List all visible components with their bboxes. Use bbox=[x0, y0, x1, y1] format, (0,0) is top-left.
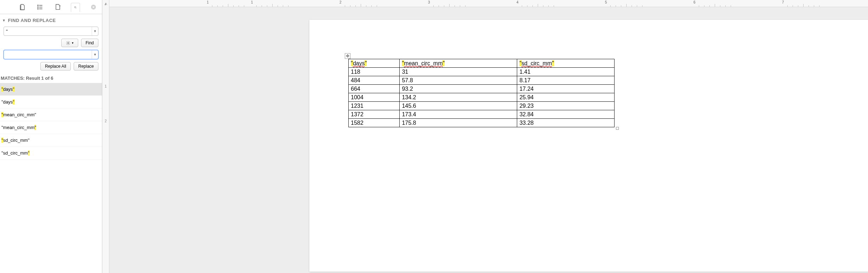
replace-button[interactable]: Replace bbox=[74, 62, 98, 71]
table-move-handle-icon[interactable]: ✥ bbox=[345, 53, 350, 59]
find-button[interactable]: Find bbox=[81, 39, 98, 47]
table-cell[interactable]: 8.17 bbox=[517, 76, 615, 85]
matches-list: "days""days""mean_circ_mm""mean_circ_mm"… bbox=[0, 83, 102, 273]
ruler-number: 4 bbox=[516, 0, 519, 4]
table-cell[interactable]: 1372 bbox=[349, 110, 400, 119]
table-cell[interactable]: 175.8 bbox=[400, 119, 517, 127]
table-resize-handle[interactable] bbox=[616, 127, 619, 130]
outline-tab-icon[interactable] bbox=[35, 2, 45, 12]
ruler-number: 3 bbox=[428, 0, 430, 4]
search-tab-icon[interactable] bbox=[71, 3, 80, 12]
table-row[interactable]: 1372173.432.84 bbox=[349, 110, 615, 119]
disclose-triangle-icon[interactable]: ▼ bbox=[2, 18, 6, 22]
table-cell[interactable]: 664 bbox=[349, 85, 400, 93]
table-row[interactable]: 1582175.833.28 bbox=[349, 119, 615, 127]
replace-input-combo[interactable]: ▼ bbox=[4, 50, 98, 59]
table-cell[interactable]: 1004 bbox=[349, 93, 400, 102]
find-replace-header[interactable]: ▼ FIND AND REPLACE bbox=[0, 14, 102, 25]
document-page[interactable]: "days""mean_circ_mm""sd_circ_mm" 118311.… bbox=[309, 20, 868, 272]
table-cell[interactable]: 25.94 bbox=[517, 93, 615, 102]
comments-tab-icon[interactable] bbox=[53, 2, 62, 12]
match-item[interactable]: "days" bbox=[0, 83, 102, 96]
table-row[interactable]: 48457.88.17 bbox=[349, 76, 615, 85]
table-row[interactable]: 66493.217.24 bbox=[349, 85, 615, 93]
svg-point-9 bbox=[68, 42, 69, 43]
table-cell[interactable]: 145.6 bbox=[400, 102, 517, 110]
nav-page-1-label: 1 bbox=[105, 84, 107, 88]
find-options-button[interactable]: ▾ bbox=[61, 39, 78, 47]
table-header-cell[interactable]: "days" bbox=[349, 59, 400, 68]
table-cell[interactable]: 57.8 bbox=[400, 76, 517, 85]
replace-history-dropdown[interactable]: ▼ bbox=[92, 50, 98, 59]
sidebar-tabs bbox=[0, 0, 102, 14]
match-item[interactable]: "sd_circ_mm" bbox=[0, 147, 102, 160]
table-cell[interactable]: 1582 bbox=[349, 119, 400, 127]
table-cell[interactable]: 173.4 bbox=[400, 110, 517, 119]
table-cell[interactable]: 17.24 bbox=[517, 85, 615, 93]
table-cell[interactable]: 118 bbox=[349, 68, 400, 76]
svg-point-4 bbox=[38, 7, 38, 7]
table-row[interactable]: 118311.41 bbox=[349, 68, 615, 76]
match-item[interactable]: "mean_circ_mm" bbox=[0, 108, 102, 121]
data-table[interactable]: "days""mean_circ_mm""sd_circ_mm" 118311.… bbox=[348, 59, 615, 127]
table-cell[interactable]: 1231 bbox=[349, 102, 400, 110]
close-panel-icon[interactable] bbox=[90, 4, 97, 11]
find-input-combo[interactable]: ▼ bbox=[4, 27, 98, 36]
ruler-number: 2 bbox=[339, 0, 342, 4]
nav-arrow-icon bbox=[104, 2, 108, 6]
table-cell[interactable]: 31 bbox=[400, 68, 517, 76]
ruler-number: 5 bbox=[605, 0, 607, 4]
page-navigator-strip[interactable]: 1 2 bbox=[102, 0, 109, 273]
ruler-number: 6 bbox=[693, 0, 696, 4]
svg-point-5 bbox=[38, 9, 38, 9]
ruler-number: 7 bbox=[782, 0, 784, 4]
table-cell[interactable]: 93.2 bbox=[400, 85, 517, 93]
table-header-cell[interactable]: "mean_circ_mm" bbox=[400, 59, 517, 68]
matches-header: MATCHES: Result 1 of 6 bbox=[0, 72, 102, 83]
table-cell[interactable]: 484 bbox=[349, 76, 400, 85]
match-item[interactable]: "mean_circ_mm" bbox=[0, 121, 102, 134]
nav-page-2-label: 2 bbox=[105, 119, 107, 123]
gear-caret: ▾ bbox=[72, 41, 74, 45]
find-input[interactable] bbox=[4, 29, 92, 34]
match-item[interactable]: "days" bbox=[0, 96, 102, 108]
table-row[interactable]: 1231145.629.23 bbox=[349, 102, 615, 110]
horizontal-ruler[interactable]: 11234567 bbox=[109, 0, 868, 7]
document-area: 1 2 11234567 "days""mean_circ_mm""sd_cir… bbox=[102, 0, 868, 273]
table-row[interactable]: 1004134.225.94 bbox=[349, 93, 615, 102]
find-replace-panel: ▼ FIND AND REPLACE ▼ ▾ Find ▼ Replace Al… bbox=[0, 0, 102, 273]
table-cell[interactable]: 33.28 bbox=[517, 119, 615, 127]
table-cell[interactable]: 29.23 bbox=[517, 102, 615, 110]
svg-point-6 bbox=[74, 6, 76, 8]
svg-line-7 bbox=[76, 8, 76, 9]
replace-input[interactable] bbox=[4, 52, 92, 57]
replace-all-button[interactable]: Replace All bbox=[40, 62, 71, 71]
ruler-number: 1 bbox=[207, 0, 209, 4]
ruler-number: 1 bbox=[251, 0, 253, 4]
find-history-dropdown[interactable]: ▼ bbox=[92, 27, 98, 35]
table-cell[interactable]: 32.84 bbox=[517, 110, 615, 119]
table-cell[interactable]: 1.41 bbox=[517, 68, 615, 76]
table-cell[interactable]: 134.2 bbox=[400, 93, 517, 102]
panel-title: FIND AND REPLACE bbox=[8, 18, 56, 23]
pages-tab-icon[interactable] bbox=[18, 2, 27, 12]
svg-point-3 bbox=[38, 5, 38, 6]
match-item[interactable]: "sd_circ_mm" bbox=[0, 134, 102, 147]
table-header-cell[interactable]: "sd_circ_mm" bbox=[517, 59, 615, 68]
